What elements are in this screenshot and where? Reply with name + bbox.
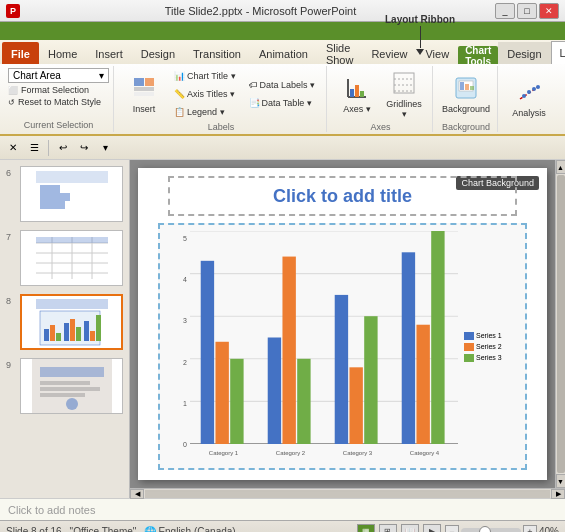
zoom-slider[interactable] [461,528,521,533]
chart-area[interactable]: 5 4 3 2 1 0 [158,223,527,470]
current-selection-label: Current Selection [8,120,109,130]
tab-design-chart[interactable]: Design [498,42,550,64]
svg-rect-67 [335,295,348,444]
zoom-out-button[interactable]: − [445,525,459,533]
axes-content: Axes ▾ Gridlines ▾ [335,68,426,120]
close-pane-button[interactable]: ✕ [4,139,22,157]
notes-area[interactable]: Click to add notes [0,498,565,520]
reading-view-btn[interactable]: 📖 [401,524,419,533]
svg-rect-46 [84,321,89,341]
current-selection-group: Chart Area ▾ ⬜ Format Selection ↺ Reset … [4,66,114,132]
svg-rect-41 [50,325,55,341]
background-button[interactable]: Background [441,68,491,120]
normal-view-btn[interactable]: ▦ [357,524,375,533]
tab-view[interactable]: View [416,42,458,64]
vertical-scrollbar[interactable]: ▲ ▼ [555,160,565,488]
labels-content: Insert 📊 Chart Title ▾ 📏 Axis Titles ▾ 📋… [122,68,320,120]
scroll-down-button[interactable]: ▼ [556,474,566,488]
tab-review[interactable]: Review [362,42,416,64]
svg-rect-44 [70,319,75,341]
legend-button[interactable]: 📋 Legend ▾ [169,104,241,120]
slide-sorter-btn[interactable]: ⊞ [379,524,397,533]
analysis-icon [515,78,543,106]
tab-home[interactable]: Home [39,42,86,64]
chart-area-combo[interactable]: Chart Area ▾ [8,68,109,83]
slide-thumb-9[interactable]: 9 [4,356,125,416]
data-table-button[interactable]: 📑 Data Table ▾ [244,95,321,111]
minimize-button[interactable]: _ [495,3,515,19]
legend-series1: Series 1 [464,332,519,340]
axes-button[interactable]: Axes ▾ [335,68,379,120]
slide-preview-6 [20,166,123,222]
svg-rect-63 [230,359,243,444]
slide-thumb-8[interactable]: 8 [4,292,125,352]
redo-button[interactable]: ↪ [75,139,93,157]
tab-design[interactable]: Design [132,42,184,64]
tab-file[interactable]: File [2,42,39,64]
undo-dropdown-button[interactable]: ▾ [96,139,114,157]
slide-title-placeholder[interactable]: Click to add title [168,176,517,216]
svg-point-20 [527,90,531,94]
svg-rect-24 [36,171,108,183]
zoom-in-button[interactable]: + [523,525,537,533]
svg-rect-9 [394,73,414,93]
svg-rect-69 [364,316,377,444]
close-button[interactable]: ✕ [539,3,559,19]
scroll-right-button[interactable]: ▶ [551,489,565,499]
tab-slideshow[interactable]: Slide Show [317,42,363,64]
app-icon: P [6,4,20,18]
svg-rect-27 [40,201,65,209]
svg-rect-25 [40,185,60,193]
maximize-button[interactable]: □ [517,3,537,19]
axis-titles-button[interactable]: 📏 Axis Titles ▾ [169,86,241,102]
svg-rect-70 [402,252,415,444]
undo-button[interactable]: ↩ [54,139,72,157]
format-selection-link[interactable]: ⬜ Format Selection [8,85,109,95]
tab-charttools-label: Chart Tools [458,46,498,64]
slide-thumb-7[interactable]: 7 [4,228,125,288]
data-labels-button[interactable]: 🏷 Data Labels ▾ [244,77,321,93]
canvas-with-scrollbar: Chart Background Click to add title 5 4 … [130,160,565,488]
separator [48,140,49,156]
slide-thumb-6[interactable]: 6 [4,164,125,224]
background-group: Background Background [435,66,498,132]
scroll-thumb-v[interactable] [557,175,565,473]
svg-rect-62 [215,342,228,444]
zoom-level: 40% [539,526,559,532]
background-content: Background [441,68,491,120]
insert-button[interactable]: Insert [122,68,166,120]
analysis-button[interactable]: Analysis [506,72,552,124]
labels-group: Insert 📊 Chart Title ▾ 📏 Axis Titles ▾ 📋… [116,66,327,132]
svg-rect-40 [44,329,49,341]
data-labels-col: 🏷 Data Labels ▾ 📑 Data Table ▾ [244,77,321,111]
normal-view-button[interactable]: ☰ [25,139,43,157]
tab-animation[interactable]: Animation [250,42,317,64]
chart-inner: 5 4 3 2 1 0 [160,225,525,468]
tab-layout-chart[interactable]: Layout [551,41,565,64]
insert-icon [130,74,158,102]
scroll-up-button[interactable]: ▲ [556,160,566,174]
ribbon: Chart Area ▾ ⬜ Format Selection ↺ Reset … [0,64,565,136]
slide-preview-7 [20,230,123,286]
legend-series2: Series 2 [464,343,519,351]
svg-rect-38 [36,299,108,309]
svg-rect-1 [145,78,154,86]
slideshow-btn[interactable]: ▶ [423,524,441,533]
horizontal-scrollbar[interactable]: ◀ ▶ [130,488,565,498]
tab-transition[interactable]: Transition [184,42,250,64]
scroll-left-button[interactable]: ◀ [130,489,144,499]
window-title: Title Slide2.pptx - Microsoft PowerPoint [26,5,495,17]
gridlines-button[interactable]: Gridlines ▾ [382,68,426,120]
slide-preview-8 [20,294,123,350]
scroll-thumb-h[interactable] [145,490,550,498]
legend-color-3 [464,354,474,362]
main-area: 6 7 [0,160,565,498]
chart-title-button[interactable]: 📊 Chart Title ▾ [169,68,241,84]
reset-to-match-style-link[interactable]: ↺ Reset to Match Style [8,97,109,107]
svg-rect-61 [201,261,214,444]
axes-icon [343,74,371,102]
svg-rect-64 [268,338,281,445]
background-group-label: Background [442,120,490,132]
tab-insert[interactable]: Insert [86,42,132,64]
axes-group: Axes ▾ Gridlines ▾ Axes [329,66,433,132]
